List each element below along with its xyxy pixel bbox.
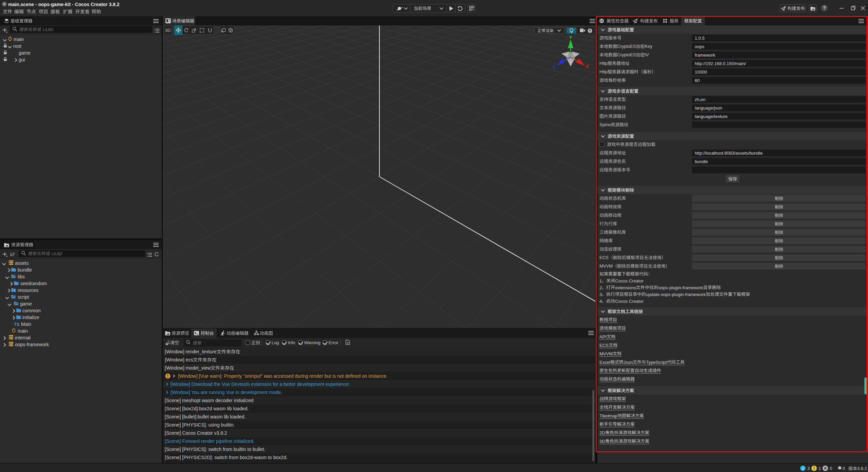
svg-text:?: ? [823, 5, 826, 11]
svg-text:Y: Y [569, 36, 572, 40]
svg-text:Z: Z [552, 64, 555, 70]
svg-text:X: X [586, 63, 589, 69]
